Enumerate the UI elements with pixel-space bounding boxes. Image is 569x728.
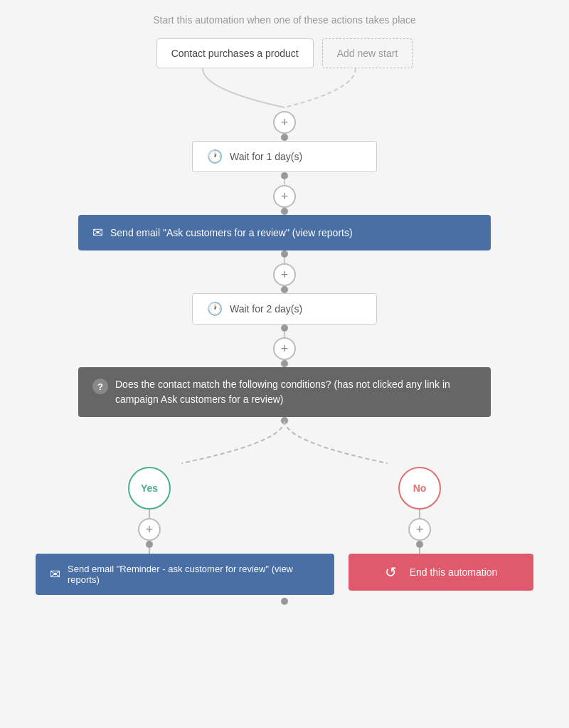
send-email-block-2[interactable]: ✉ Send email "Reminder - ask customer fo…	[36, 554, 334, 595]
connector-1: +	[273, 111, 296, 134]
connector-8	[281, 360, 288, 367]
branch-connectors: + +	[78, 510, 491, 554]
connector-3	[281, 172, 288, 185]
dot-bottom	[281, 598, 288, 605]
plus-button-3[interactable]: +	[273, 263, 296, 286]
merge-connector	[78, 68, 491, 111]
wait-block-2[interactable]: 🕐 Wait for 2 day(s)	[192, 293, 377, 325]
plus-button-2[interactable]: +	[273, 185, 296, 208]
question-icon: ?	[92, 379, 108, 394]
email-icon-2: ✉	[50, 566, 60, 582]
dot-3	[281, 208, 288, 215]
plus-button-1[interactable]: +	[273, 111, 296, 134]
clock-icon-2: 🕐	[207, 301, 223, 317]
yes-branch: Yes	[78, 467, 220, 510]
plus-button-4[interactable]: +	[273, 337, 296, 360]
header-text: Start this automation when one of these …	[153, 14, 416, 26]
dot-7	[281, 360, 288, 367]
dot-6	[281, 325, 288, 332]
trigger-purchases[interactable]: Contact purchases a product	[156, 38, 314, 68]
plus-button-no[interactable]: +	[408, 518, 431, 541]
line-2	[284, 179, 285, 185]
line-4	[284, 258, 285, 263]
start-triggers: Contact purchases a product Add new star…	[156, 38, 413, 68]
fork-connector	[78, 417, 491, 467]
connector-6	[281, 286, 288, 293]
no-connector: +	[349, 510, 491, 554]
trigger-add-new[interactable]: Add new start	[322, 38, 413, 68]
dot-5	[281, 286, 288, 293]
wait-block-1[interactable]: 🕐 Wait for 1 day(s)	[192, 141, 377, 172]
refresh-icon: ↺	[385, 564, 397, 581]
connector-2	[281, 134, 288, 141]
dot-2	[281, 172, 288, 179]
fork-svg	[78, 417, 491, 467]
clock-icon-1: 🕐	[207, 149, 223, 164]
bottom-row: ✉ Send email "Reminder - ask customer fo…	[36, 554, 533, 595]
no-button[interactable]: No	[398, 467, 441, 510]
dot-no	[416, 541, 423, 548]
plus-button-yes[interactable]: +	[138, 518, 161, 541]
line-6	[284, 332, 285, 337]
yes-no-row: Yes No	[78, 467, 491, 510]
dot-yes	[146, 541, 153, 548]
automation-canvas: Start this automation when one of these …	[0, 0, 569, 728]
bottom-connector	[281, 598, 288, 605]
connector-4	[281, 208, 288, 215]
no-branch: No	[349, 467, 491, 510]
yes-connector: +	[78, 510, 220, 554]
yes-button[interactable]: Yes	[128, 467, 171, 510]
send-email-block-1[interactable]: ✉ Send email "Ask customers for a review…	[78, 215, 491, 250]
email-icon-1: ✉	[92, 225, 103, 241]
merge-svg	[78, 68, 491, 111]
connector-5	[281, 250, 288, 263]
end-automation-block[interactable]: ↺ End this automation	[349, 554, 533, 591]
dot-1	[281, 134, 288, 141]
connector-7	[281, 325, 288, 337]
dot-4	[281, 250, 288, 258]
condition-block[interactable]: ? Does the contact match the following c…	[78, 367, 491, 417]
